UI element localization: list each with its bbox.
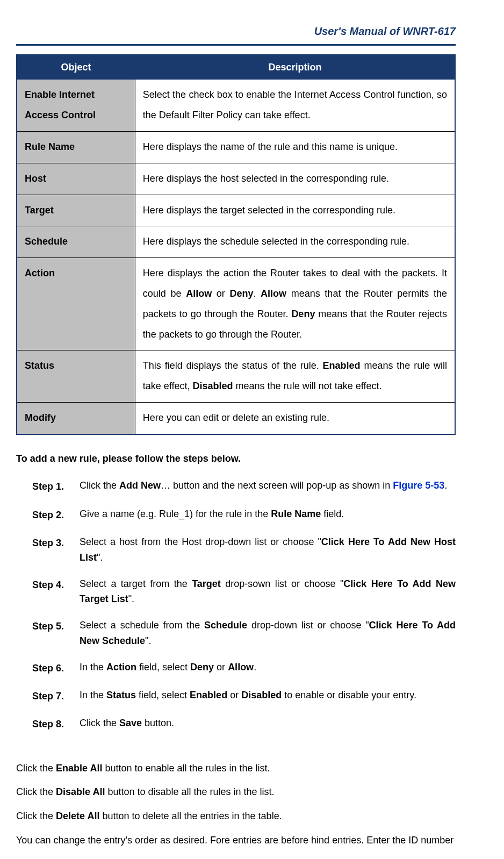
bold-text: Action: [106, 662, 136, 672]
description-cell: Here displays the action the Router take…: [135, 258, 455, 350]
bold-text: Click Here To Add New Schedule: [80, 620, 456, 646]
object-cell: Rule Name: [17, 131, 135, 163]
bold-text: Add New: [119, 480, 161, 491]
step-text: Give a name (e.g. Rule_1) for the rule i…: [80, 506, 456, 524]
step-row: Step 1.Click the Add New… button and the…: [32, 478, 456, 495]
description-cell: Here displays the target selected in the…: [135, 195, 455, 226]
step-label: Step 1.: [32, 478, 80, 495]
bold-text: Schedule: [204, 620, 247, 631]
bold-text: Enabled: [323, 360, 361, 371]
object-cell: Schedule: [17, 226, 135, 258]
bold-text: Disable All: [56, 786, 105, 797]
object-cell: Status: [17, 350, 135, 403]
step-text: Select a schedule from the Schedule drop…: [80, 618, 456, 649]
step-row: Step 7.In the Status field, select Enabl…: [32, 688, 456, 705]
step-label: Step 2.: [32, 506, 80, 524]
bold-text: Deny: [190, 662, 214, 672]
bold-text: Deny: [291, 309, 315, 319]
table-row: Rule NameHere displays the name of the r…: [17, 131, 455, 163]
step-text: In the Action field, select Deny or Allo…: [80, 660, 456, 677]
step-text: Click the Save button.: [80, 715, 456, 733]
step-row: Step 8.Click the Save button.: [32, 715, 456, 733]
step-label: Step 7.: [32, 688, 80, 705]
description-cell: Select the check box to enable the Inter…: [135, 80, 455, 132]
table-row: ModifyHere you can edit or delete an exi…: [17, 402, 455, 434]
table-row: ScheduleHere displays the schedule selec…: [17, 226, 455, 258]
bold-text: Enable All: [56, 763, 102, 774]
steps-container: Step 1.Click the Add New… button and the…: [16, 478, 456, 733]
step-text: In the Status field, select Enabled or D…: [80, 688, 456, 705]
step-label: Step 8.: [32, 715, 80, 733]
steps-heading: To add a new rule, please follow the ste…: [16, 450, 456, 467]
table-row: ActionHere displays the action the Route…: [17, 258, 455, 350]
step-row: Step 6.In the Action field, select Deny …: [32, 660, 456, 677]
description-cell: Here displays the schedule selected in t…: [135, 226, 455, 258]
header-title: User's Manual of WNRT-617: [314, 25, 456, 37]
table-row: StatusThis field displays the status of …: [17, 350, 455, 403]
object-cell: Host: [17, 163, 135, 195]
paragraph: Click the Delete All button to delete al…: [16, 808, 456, 825]
step-text: Click the Add New… button and the next s…: [80, 478, 456, 495]
bold-text: Allow: [228, 662, 254, 672]
step-text: Select a target from the Target drop-sow…: [80, 576, 456, 607]
object-cell: Action: [17, 258, 135, 350]
paragraph: Click the Enable All button to enable al…: [16, 760, 456, 777]
description-cell: Here displays the name of the rule and t…: [135, 131, 455, 163]
bold-text: Disabled: [241, 690, 282, 700]
bold-text: Allow: [261, 288, 286, 299]
object-cell: Target: [17, 195, 135, 226]
paragraph: Click the Disable All button to disable …: [16, 784, 456, 800]
bold-text: Click Here To Add New Target List: [80, 578, 456, 605]
object-cell: Enable Internet Access Control: [17, 80, 135, 132]
paragraph: You can change the entry's order as desi…: [16, 832, 456, 849]
bold-text: Allow: [186, 288, 212, 299]
table-row: Enable Internet Access ControlSelect the…: [17, 80, 455, 132]
description-cell: Here displays the host selected in the c…: [135, 163, 455, 195]
col-description: Description: [135, 55, 455, 80]
table-row: TargetHere displays the target selected …: [17, 195, 455, 226]
step-row: Step 3.Select a host from the Host drop-…: [32, 534, 456, 565]
col-object: Object: [17, 55, 135, 80]
bold-text: Target: [192, 578, 221, 589]
step-label: Step 4.: [32, 576, 80, 607]
bold-text: Rule Name: [271, 509, 321, 519]
paragraphs-container: Click the Enable All button to enable al…: [16, 760, 456, 848]
table-row: HostHere displays the host selected in t…: [17, 163, 455, 195]
bold-text: Enabled: [190, 690, 227, 700]
description-table: Object Description Enable Internet Acces…: [16, 54, 456, 435]
bold-text: Disabled: [193, 381, 233, 391]
description-cell: Here you can edit or delete an existing …: [135, 402, 455, 434]
bold-text: Save: [119, 718, 142, 728]
step-label: Step 6.: [32, 660, 80, 677]
page-header: User's Manual of WNRT-617: [16, 22, 456, 46]
step-text: Select a host from the Host drop-down li…: [80, 534, 456, 565]
step-label: Step 5.: [32, 618, 80, 649]
bold-text: Click Here To Add New Host List: [80, 536, 456, 563]
object-cell: Modify: [17, 402, 135, 434]
step-row: Step 2.Give a name (e.g. Rule_1) for the…: [32, 506, 456, 524]
step-label: Step 3.: [32, 534, 80, 565]
description-cell: This field displays the status of the ru…: [135, 350, 455, 403]
figure-link[interactable]: Figure 5-53: [393, 480, 444, 491]
bold-text: Deny: [229, 288, 253, 299]
bold-text: Delete All: [56, 811, 99, 821]
step-row: Step 5.Select a schedule from the Schedu…: [32, 618, 456, 649]
step-row: Step 4.Select a target from the Target d…: [32, 576, 456, 607]
bold-text: Status: [106, 690, 136, 700]
